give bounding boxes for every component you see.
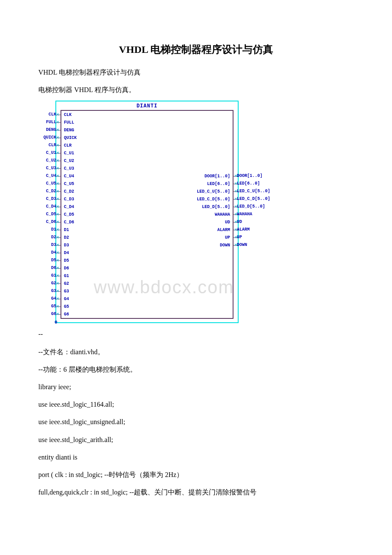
port-left-internal-label: C_U3 (61, 166, 74, 171)
pin-cross-icon: ✕ (56, 258, 61, 263)
diagram-block-box: CLK✕CLKFULL✕FULLDENG✕DENGQUICK✕QUICKCLR✕… (61, 110, 233, 319)
port-right-internal-label: UD (225, 220, 233, 225)
pin-cross-icon: ✕ (56, 274, 61, 278)
port-left-internal-label: G4 (61, 297, 69, 301)
port-row: D1✕D1ALARM✕ALARM (61, 226, 233, 234)
port-row: C_D2✕C_D2LED_C_U[5..0]✕LED_C_U[5..0] (61, 188, 233, 195)
pin-cross-icon: ✕ (56, 228, 61, 232)
pin-cross-icon: ✕ (56, 166, 61, 171)
port-left-internal-label: D4 (61, 251, 69, 255)
code-line: -- (38, 327, 354, 341)
port-left-internal-label: D1 (61, 228, 69, 232)
code-line: --功能：6 层楼的电梯控制系统。 (38, 362, 354, 377)
port-right-external-label: LED_D[5..0] (237, 203, 280, 211)
port-left-external-label: C_D2 (35, 188, 56, 195)
port-row: C_U5✕C_U5LED[6..0]✕LED[6..0] (61, 180, 233, 188)
code-listing: -- --文件名：dianti.vhd。 --功能：6 层楼的电梯控制系统。 l… (38, 327, 354, 500)
port-left-internal-label: C_D4 (61, 205, 74, 209)
pin-cross-icon: ✕ (56, 151, 61, 155)
pin-cross-icon: ✕ (56, 197, 61, 201)
port-row: FULL✕FULL (61, 119, 233, 126)
port-row: D4✕D4 (61, 249, 233, 257)
port-right-external-label: ALARM (237, 226, 280, 234)
port-left-external-label: C_U2 (35, 157, 56, 165)
port-left-external-label: C_D5 (35, 211, 56, 218)
port-row: G6✕G6 (61, 310, 233, 318)
port-row: D2✕D2UP✕UP (61, 234, 233, 241)
pin-cross-icon: ✕ (56, 297, 61, 301)
port-left-internal-label: C_U5 (61, 182, 74, 186)
port-right-external-label: DOWN (237, 241, 280, 249)
port-row: G2✕G2 (61, 280, 233, 287)
port-right-internal-label: LED_D[5..0] (202, 205, 233, 209)
port-left-external-label: FULL (35, 119, 56, 126)
port-left-internal-label: D6 (61, 266, 69, 271)
port-left-external-label: DENG (35, 126, 56, 134)
port-right-internal-label: LED[6..0] (207, 182, 233, 186)
port-row: C_D5✕C_D5WAHAHA✕WAHAHA (61, 211, 233, 218)
port-left-external-label: G6 (35, 310, 56, 318)
pin-cross-icon: ✕ (56, 136, 61, 140)
port-right-internal-label: UP (225, 235, 233, 240)
port-row: C_U4✕C_U4DOOR[1..0]✕DOOR[1..0] (61, 172, 233, 180)
code-line: full,deng,quick,clr : in std_logic; --超载… (38, 485, 354, 500)
port-right-external-label: LED_C_D[5..0] (237, 195, 280, 203)
pin-cross-icon: ✕ (56, 120, 61, 124)
port-right-internal-label: LED_C_D[5..0] (197, 197, 233, 202)
port-left-internal-label: G3 (61, 289, 69, 294)
pin-cross-icon: ✕ (56, 174, 61, 178)
pin-cross-icon: ✕ (56, 212, 61, 217)
port-left-internal-label: CLK (61, 113, 72, 117)
port-left-internal-label: C_D3 (61, 197, 74, 202)
diagram-title: DIANTI (56, 103, 238, 109)
port-row: CLK✕CLK (61, 111, 233, 119)
port-right-external-label: UP (237, 234, 280, 241)
port-left-external-label: CLR (35, 142, 56, 149)
port-left-internal-label: FULL (61, 120, 74, 125)
port-right-internal-label: DOWN (220, 243, 233, 248)
port-left-internal-label: G5 (61, 304, 69, 309)
port-left-internal-label: G2 (61, 281, 69, 286)
port-row: QUICK✕QUICK (61, 134, 233, 142)
port-right-internal-label: WAHAHA (215, 212, 233, 217)
intro-line-2: 电梯控制器 VHDL 程序与仿真。 (38, 82, 354, 97)
port-row: CLR✕CLR (61, 142, 233, 149)
port-left-external-label: CLK (35, 111, 56, 119)
pin-cross-icon: ✕ (56, 159, 61, 163)
port-left-internal-label: C_U2 (61, 159, 74, 163)
pin-cross-icon: ✕ (56, 205, 61, 209)
port-left-external-label: G3 (35, 287, 56, 295)
port-row: DENG✕DENG (61, 126, 233, 134)
port-left-internal-label: D5 (61, 258, 69, 263)
code-line: entity dianti is (38, 450, 354, 465)
port-row: C_D6✕C_D6UD✕UD (61, 218, 233, 226)
port-left-internal-label: C_D6 (61, 220, 74, 225)
port-row: D3✕D3DOWN✕DOWN (61, 241, 233, 249)
port-left-internal-label: DENG (61, 128, 74, 133)
pin-cross-icon: ✕ (56, 289, 61, 293)
code-line: use ieee.std_logic_1164.all; (38, 397, 354, 412)
diagram-outer-border: DIANTI CLK✕CLKFULL✕FULLDENG✕DENGQUICK✕QU… (55, 101, 239, 323)
port-right-external-label: LED_C_U[5..0] (237, 188, 280, 195)
code-line: port ( clk : in std_logic; --时钟信号（频率为 2H… (38, 467, 354, 482)
port-left-internal-label: G6 (61, 312, 69, 317)
port-left-external-label: C_U4 (35, 172, 56, 180)
pin-cross-icon: ✕ (56, 243, 61, 247)
pin-cross-icon: ✕ (56, 251, 61, 255)
port-row: C_U1✕C_U1 (61, 149, 233, 157)
code-line: library ieee; (38, 379, 354, 394)
port-left-external-label: D4 (35, 249, 56, 257)
port-row: C_U2✕C_U2 (61, 157, 233, 165)
port-right-external-label: UD (237, 218, 280, 226)
port-right-external-label: DOOR[1..0] (237, 172, 280, 180)
port-left-external-label: C_U3 (35, 165, 56, 172)
port-right-internal-label: DOOR[1..0] (205, 174, 233, 179)
port-left-external-label: G1 (35, 272, 56, 280)
port-right-internal-label: ALARM (217, 228, 233, 232)
code-line: --文件名：dianti.vhd。 (38, 344, 354, 359)
pin-cross-icon: ✕ (56, 312, 61, 316)
port-row: G4✕G4 (61, 295, 233, 303)
port-row: G1✕G1 (61, 272, 233, 280)
port-row: D5✕D5 (61, 257, 233, 264)
port-row: D6✕D6 (61, 264, 233, 272)
